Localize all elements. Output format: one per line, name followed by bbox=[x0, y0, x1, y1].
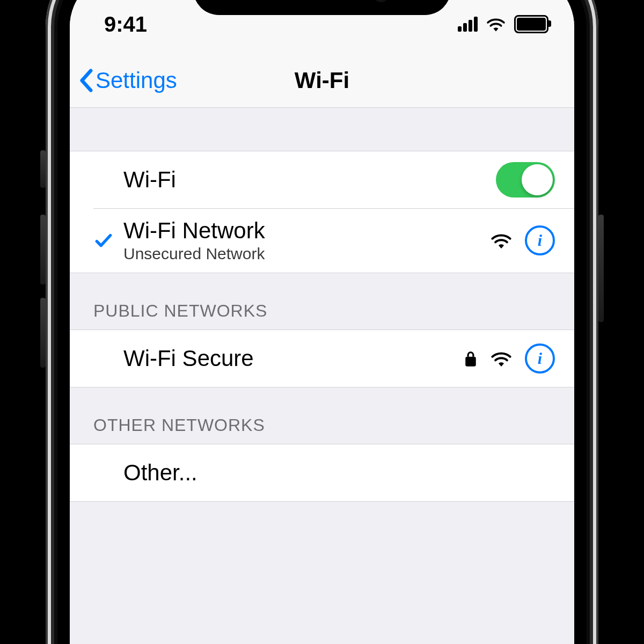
network-row[interactable]: Wi-Fi Secure i bbox=[70, 330, 574, 387]
connected-network-subtitle: Unsecured Network bbox=[123, 245, 491, 263]
other-label: Other... bbox=[123, 460, 555, 486]
other-networks-group: OTHER NETWORKS Other... bbox=[70, 387, 574, 502]
check-icon bbox=[93, 230, 114, 251]
volume-down-button bbox=[40, 298, 46, 368]
status-time: 9:41 bbox=[104, 12, 211, 36]
chevron-left-icon bbox=[78, 69, 93, 92]
connected-network-row[interactable]: Wi-Fi Network Unsecured Network i bbox=[70, 208, 574, 273]
wifi-switch[interactable] bbox=[496, 162, 555, 197]
wifi-icon bbox=[491, 350, 512, 367]
battery-icon bbox=[514, 15, 548, 33]
public-networks-group: PUBLIC NETWORKS Wi-Fi Secure bbox=[70, 273, 574, 387]
public-networks-header: PUBLIC NETWORKS bbox=[70, 273, 574, 330]
screen: 9:41 Settings Wi-Fi bbox=[70, 0, 574, 644]
connected-network-name: Wi-Fi Network bbox=[123, 218, 491, 244]
notch bbox=[193, 0, 451, 15]
wifi-group: Wi-Fi Wi-Fi Network Unsecured Network bbox=[70, 151, 574, 273]
wifi-toggle-row[interactable]: Wi-Fi bbox=[70, 151, 574, 208]
wifi-toggle-label: Wi-Fi bbox=[123, 167, 496, 193]
device-mockup: 9:41 Settings Wi-Fi bbox=[0, 0, 644, 644]
page-title: Wi-Fi bbox=[295, 68, 349, 93]
other-network-row[interactable]: Other... bbox=[70, 444, 574, 502]
nav-bar: Settings Wi-Fi bbox=[70, 54, 574, 108]
lock-icon bbox=[464, 349, 478, 368]
back-label: Settings bbox=[96, 68, 177, 93]
wifi-icon bbox=[486, 17, 506, 32]
info-icon[interactable]: i bbox=[525, 225, 555, 255]
volume-up-button bbox=[40, 215, 46, 284]
info-icon[interactable]: i bbox=[525, 343, 555, 374]
cellular-icon bbox=[458, 17, 478, 32]
network-name: Wi-Fi Secure bbox=[123, 346, 464, 371]
mute-switch bbox=[40, 150, 46, 188]
svg-rect-0 bbox=[465, 357, 476, 367]
other-networks-header: OTHER NETWORKS bbox=[70, 387, 574, 444]
power-button bbox=[598, 215, 604, 322]
wifi-icon bbox=[491, 232, 512, 249]
back-button[interactable]: Settings bbox=[78, 68, 177, 93]
